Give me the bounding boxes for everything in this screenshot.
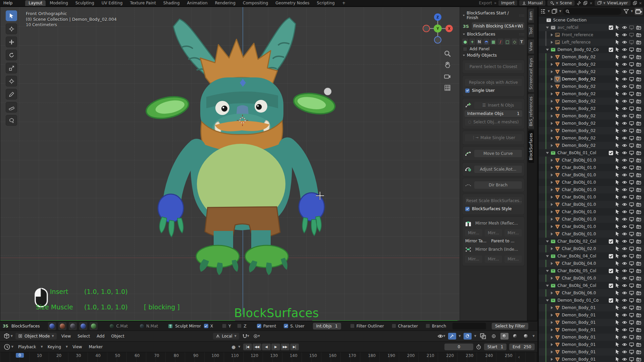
expand-caret-icon[interactable]: [549, 209, 554, 214]
outliner-row[interactable]: Demon_Body_02: [539, 68, 644, 75]
outliner-row[interactable]: Char_BsObj_04.0: [539, 260, 644, 267]
workspace-tab-texture-paint[interactable]: Texture Paint: [126, 0, 159, 6]
expand-caret-icon[interactable]: [549, 180, 554, 185]
collapse-arrow-icon[interactable]: ‹: [518, 354, 520, 360]
text-icon[interactable]: T: [519, 39, 525, 45]
ruler-tick[interactable]: 10: [37, 353, 42, 358]
hide-viewport-eye-icon[interactable]: [622, 121, 627, 126]
selectable-toggle-icon[interactable]: [615, 342, 620, 347]
intermediate-objs-field[interactable]: Intermediate Objs1: [465, 110, 522, 117]
current-frame-field[interactable]: 0: [444, 344, 473, 350]
disable-render-camera-icon[interactable]: [636, 180, 641, 185]
workspace-tab-sculpting[interactable]: Sculpting: [72, 0, 98, 6]
disable-render-camera-icon[interactable]: [636, 283, 641, 288]
n-mat-button[interactable]: N.Mat: [140, 324, 158, 328]
disable-render-camera-icon[interactable]: [636, 202, 641, 207]
expand-caret-icon[interactable]: [549, 33, 554, 37]
zoom-icon[interactable]: [444, 50, 451, 57]
hide-viewport-eye-icon[interactable]: [622, 135, 627, 141]
hide-viewport-eye-icon[interactable]: [622, 276, 627, 281]
add-cross-icon[interactable]: +: [469, 39, 475, 45]
sidebar-tab-item[interactable]: Item: [528, 9, 534, 23]
expand-caret-icon[interactable]: [549, 357, 554, 362]
hide-viewport-eye-icon[interactable]: [622, 217, 627, 222]
disable-viewport-screen-icon[interactable]: [629, 342, 634, 347]
checkbox-checked-icon[interactable]: [465, 207, 470, 211]
outliner-item-label[interactable]: Demon_Body_01: [562, 313, 615, 317]
disable-viewport-screen-icon[interactable]: [629, 47, 634, 52]
selectable-toggle-icon[interactable]: [615, 99, 620, 104]
expand-caret-icon[interactable]: [549, 173, 554, 177]
selectable-toggle-icon[interactable]: [615, 253, 620, 259]
exclude-checkbox[interactable]: [609, 151, 613, 155]
disable-viewport-screen-icon[interactable]: [629, 143, 634, 148]
outliner-row[interactable]: Char_BsObj_02_Col: [539, 238, 644, 245]
disable-viewport-screen-icon[interactable]: [629, 305, 634, 310]
selectable-toggle-icon[interactable]: [615, 298, 620, 303]
reset-scale-button[interactable]: Reset Scale BlockSurfaces...: [465, 197, 522, 205]
ruler-tick[interactable]: 170: [348, 353, 356, 358]
display-mode-icon[interactable]: [551, 8, 557, 14]
expand-caret-icon[interactable]: [549, 187, 554, 192]
ruler-tick[interactable]: 20: [56, 353, 61, 358]
character-demon[interactable]: [144, 18, 336, 275]
c-mat-button[interactable]: C.Mat: [109, 324, 128, 328]
selectable-toggle-icon[interactable]: [615, 106, 620, 111]
disable-viewport-screen-icon[interactable]: [629, 276, 634, 281]
ruler-tick[interactable]: 30: [76, 353, 81, 358]
outliner-item-label[interactable]: Demon_Body_02: [562, 55, 615, 59]
outliner-row[interactable]: Char_BsObj_04_Col: [539, 252, 644, 260]
selectable-toggle-icon[interactable]: [615, 187, 620, 192]
hide-viewport-eye-icon[interactable]: [622, 172, 627, 178]
outliner-item-label[interactable]: Char_BsObj_01.0: [562, 232, 615, 236]
outliner-item-label[interactable]: Char_BsObj_01.0: [562, 202, 615, 207]
sidebar-tab-blocksurfaces[interactable]: BlockSurfaces: [528, 130, 534, 163]
chevron-down-icon[interactable]: ▼: [631, 10, 633, 13]
hide-viewport-eye-icon[interactable]: [622, 113, 627, 119]
selectable-toggle-icon[interactable]: [615, 194, 620, 200]
tool-add-primitive[interactable]: [6, 115, 17, 126]
disable-viewport-screen-icon[interactable]: [629, 217, 634, 222]
selectable-toggle-icon[interactable]: [615, 224, 620, 229]
ruler-tick[interactable]: 110: [231, 353, 239, 358]
selectable-toggle-icon[interactable]: [615, 327, 620, 333]
selectable-toggle-icon[interactable]: [615, 305, 620, 310]
hide-viewport-eye-icon[interactable]: [622, 268, 627, 274]
ruler-tick[interactable]: 250: [505, 353, 513, 358]
mirror-button-1[interactable]: Mirr...: [465, 229, 483, 237]
show-gizmo-toggle[interactable]: [448, 333, 456, 340]
outliner-item-label[interactable]: Demon_Body_01: [562, 320, 615, 325]
next-keyframe-button[interactable]: ▶▶: [281, 344, 289, 350]
disable-render-camera-icon[interactable]: [636, 76, 641, 82]
chevron-down-icon[interactable]: ▼: [559, 10, 561, 13]
hide-viewport-eye-icon[interactable]: [622, 69, 627, 74]
outliner-item-label[interactable]: Demon_Body_02: [562, 121, 615, 126]
workspace-tab-compositing[interactable]: Compositing: [239, 0, 271, 6]
mirror-button-6[interactable]: Mirr...: [504, 255, 522, 263]
disable-viewport-screen-icon[interactable]: [629, 54, 634, 60]
disable-viewport-screen-icon[interactable]: [629, 40, 634, 45]
drag-dots-icon[interactable]: ::::: [519, 33, 525, 36]
expand-caret-icon[interactable]: [549, 114, 554, 118]
finish-blocking-button[interactable]: Finish Blocking (CSA+W): [472, 22, 525, 30]
exclude-checkbox[interactable]: [609, 48, 613, 52]
workspace-tab-scripting[interactable]: Scripting: [314, 0, 338, 6]
disable-viewport-screen-icon[interactable]: [629, 25, 634, 30]
disable-viewport-screen-icon[interactable]: [629, 312, 634, 318]
disable-render-camera-icon[interactable]: [636, 290, 641, 296]
outliner-row[interactable]: Char_BsObj_02.0: [539, 245, 644, 252]
disable-render-camera-icon[interactable]: [636, 217, 641, 222]
ruler-tick[interactable]: 210: [427, 353, 434, 358]
material-sphere-4[interactable]: [79, 322, 87, 330]
selectable-toggle-icon[interactable]: [615, 312, 620, 318]
workspace-tab-modeling[interactable]: Modeling: [46, 0, 71, 6]
outliner-item-label[interactable]: Demon_Body_02: [562, 99, 615, 104]
checkbox-checked-icon[interactable]: [465, 88, 470, 93]
selectable-toggle-icon[interactable]: [615, 209, 620, 215]
expand-caret-icon[interactable]: [549, 195, 554, 199]
disable-render-camera-icon[interactable]: [636, 305, 641, 310]
blocksurfaces-style-checkbox[interactable]: BlockSurfaces Style: [465, 206, 522, 211]
xray-toggle[interactable]: [479, 333, 487, 340]
workspace-tab-uv-editing[interactable]: UV Editing: [98, 0, 126, 6]
outliner-row[interactable]: Demon_Body_01: [539, 326, 644, 334]
